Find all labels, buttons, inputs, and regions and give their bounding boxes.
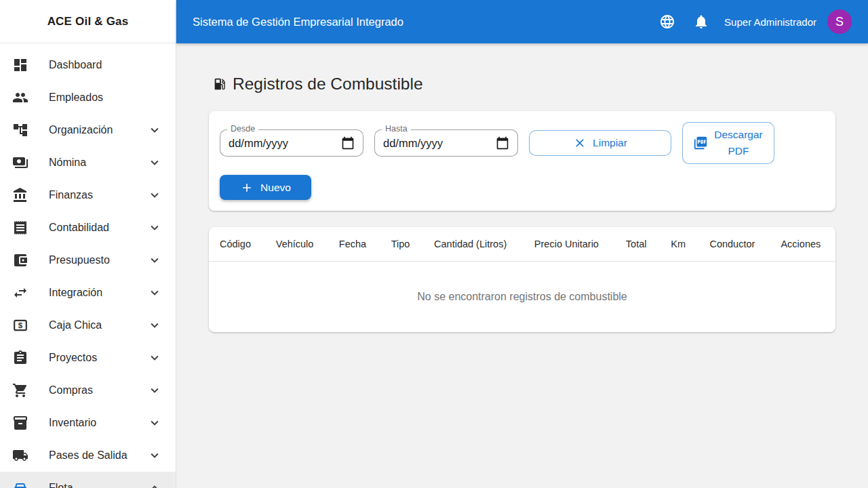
date-to-label: Hasta [382, 124, 411, 134]
sidebar: ACE Oil & Gas Dashboard Empleados Organi… [0, 0, 176, 488]
calendar-icon[interactable] [341, 136, 355, 150]
chevron-down-icon [147, 285, 162, 300]
sidebar-item-label: Compras [49, 384, 147, 396]
sidebar-item-organizacion[interactable]: Organización [0, 114, 176, 146]
filter-card: Desde dd/mm/yyyy Hasta dd/mm/yyyy [209, 111, 835, 211]
people-icon [12, 89, 28, 106]
clear-button[interactable]: Limpiar [529, 130, 671, 156]
sidebar-item-compras[interactable]: Compras [0, 374, 176, 407]
clear-button-label: Limpiar [593, 137, 627, 149]
company-logo: ACE Oil & Gas [0, 0, 176, 43]
new-button[interactable]: Nuevo [220, 175, 311, 200]
records-table: Código Vehículo Fecha Tipo Cantidad (Lit… [209, 227, 835, 332]
chevron-down-icon [147, 448, 162, 463]
sidebar-item-finanzas[interactable]: Finanzas [0, 179, 176, 211]
sidebar-item-pases-de-salida[interactable]: Pases de Salida [0, 439, 176, 472]
sidebar-item-label: Proyectos [49, 352, 147, 364]
sidebar-item-label: Integración [49, 287, 147, 299]
filter-row: Desde dd/mm/yyyy Hasta dd/mm/yyyy [220, 122, 825, 164]
sidebar-item-label: Dashboard [49, 59, 162, 71]
sidebar-item-label: Empleados [49, 92, 162, 104]
sidebar-item-label: Pases de Salida [49, 449, 147, 462]
chevron-down-icon [147, 123, 162, 138]
truck-icon [12, 447, 28, 464]
content-column: Sistema de Gestión Empresarial Integrado… [176, 0, 868, 488]
sidebar-item-label: Inventario [49, 417, 147, 429]
sidebar-item-caja-chica[interactable]: $ Caja Chica [0, 309, 176, 342]
table-header-row: Código Vehículo Fecha Tipo Cantidad (Lit… [209, 227, 835, 262]
col-precio-unitario: Precio Unitario [524, 227, 615, 262]
page-title: Registros de Combustible [212, 75, 835, 94]
chevron-down-icon [147, 350, 162, 365]
date-from-field[interactable]: Desde dd/mm/yyyy [220, 129, 363, 157]
col-fecha: Fecha [328, 227, 380, 262]
sidebar-item-dashboard[interactable]: Dashboard [0, 49, 176, 81]
sidebar-item-label: Contabilidad [49, 222, 147, 234]
date-to-field[interactable]: Hasta dd/mm/yyyy [374, 129, 518, 157]
col-km: Km [660, 227, 698, 262]
download-pdf-button[interactable]: Descargar PDF [682, 122, 774, 164]
app-title: Sistema de Gestión Empresarial Integrado [193, 16, 642, 28]
globe-icon[interactable] [659, 14, 675, 30]
chevron-down-icon [147, 188, 162, 203]
dashboard-icon [12, 57, 28, 73]
sidebar-item-label: Caja Chica [49, 319, 147, 331]
sidebar-item-label: Flota [49, 482, 147, 488]
chevron-up-icon [147, 481, 162, 488]
col-conductor: Conductor [698, 227, 770, 262]
cash-box-icon: $ [12, 317, 28, 333]
col-cantidad: Cantidad (Litros) [423, 227, 524, 262]
close-icon [573, 136, 587, 150]
sidebar-item-presupuesto[interactable]: Presupuesto [0, 244, 176, 277]
chevron-down-icon [147, 415, 162, 430]
payments-icon [12, 155, 28, 171]
user-name[interactable]: Super Administrador [724, 16, 816, 28]
records-table-card: Código Vehículo Fecha Tipo Cantidad (Lit… [209, 227, 835, 332]
sidebar-item-empleados[interactable]: Empleados [0, 81, 176, 114]
date-from-value: dd/mm/yyyy [229, 137, 341, 150]
empty-state-message: No se encontraron registros de combustib… [209, 262, 835, 333]
chevron-down-icon [147, 220, 162, 235]
app-root: ACE Oil & Gas Dashboard Empleados Organi… [0, 0, 868, 488]
swap-icon [12, 285, 28, 301]
sidebar-item-inventario[interactable]: Inventario [0, 407, 176, 439]
sidebar-item-label: Presupuesto [49, 254, 147, 266]
chevron-down-icon [147, 155, 162, 170]
inventory-icon [12, 415, 28, 431]
avatar[interactable]: S [827, 9, 852, 34]
sidebar-item-integracion[interactable]: Integración [0, 277, 176, 309]
sidebar-item-nomina[interactable]: Nómina [0, 146, 176, 179]
sidebar-item-proyectos[interactable]: Proyectos [0, 342, 176, 374]
cart-icon [12, 382, 28, 399]
new-button-label: Nuevo [260, 182, 291, 194]
bank-icon [12, 187, 28, 203]
bell-icon[interactable] [693, 14, 709, 30]
col-codigo: Código [209, 227, 265, 262]
date-to-value: dd/mm/yyyy [383, 137, 496, 150]
page-title-text: Registros de Combustible [233, 75, 423, 94]
sidebar-item-label: Nómina [49, 157, 147, 169]
chevron-down-icon [147, 383, 162, 398]
col-acciones: Acciones [770, 227, 835, 262]
receipt-icon [12, 220, 28, 236]
gas-pump-icon [212, 77, 227, 92]
clipboard-icon [12, 350, 28, 366]
sidebar-item-contabilidad[interactable]: Contabilidad [0, 211, 176, 244]
main-content: Registros de Combustible Desde dd/mm/yyy… [176, 43, 868, 488]
chevron-down-icon [147, 318, 162, 333]
calendar-icon[interactable] [496, 136, 509, 150]
sidebar-item-label: Finanzas [49, 189, 147, 201]
pdf-icon [693, 136, 708, 150]
col-total: Total [615, 227, 660, 262]
chevron-down-icon [147, 253, 162, 268]
topbar: Sistema de Gestión Empresarial Integrado… [176, 0, 868, 43]
plus-icon [240, 181, 254, 195]
col-tipo: Tipo [380, 227, 423, 262]
sidebar-nav: Dashboard Empleados Organización [0, 43, 176, 488]
org-tree-icon [12, 122, 28, 138]
col-vehiculo: Vehículo [265, 227, 328, 262]
sidebar-item-flota[interactable]: Flota [0, 472, 176, 488]
wallet-icon [12, 252, 28, 268]
car-icon [12, 480, 28, 488]
date-from-label: Desde [227, 124, 258, 134]
